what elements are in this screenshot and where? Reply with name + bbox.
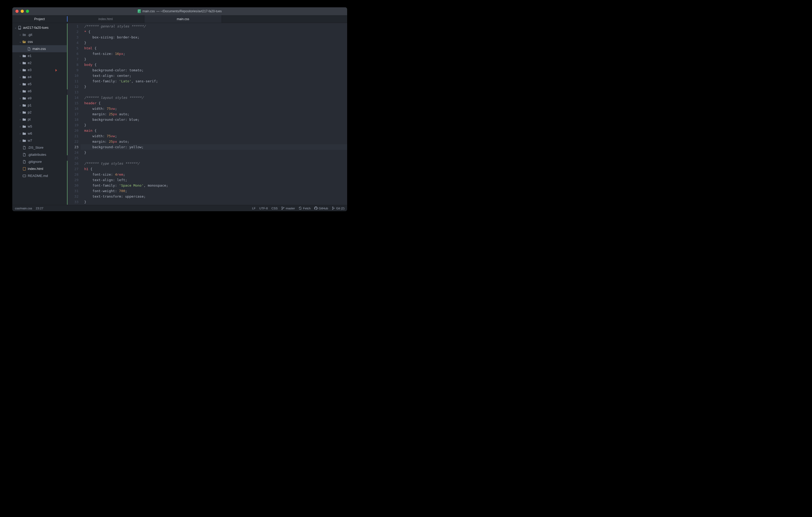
- code-line[interactable]: background-color: tomato;: [84, 67, 347, 73]
- tree-item-w5[interactable]: w5: [12, 123, 67, 130]
- line-number[interactable]: 30: [67, 183, 79, 188]
- line-number[interactable]: 19: [67, 122, 79, 128]
- code-line[interactable]: margin: 25px auto;: [84, 111, 347, 117]
- chevron-right-icon[interactable]: [19, 132, 22, 135]
- tree-item-e4[interactable]: e4: [12, 73, 67, 81]
- zoom-icon[interactable]: [26, 10, 29, 13]
- tree-item-p1[interactable]: p1: [12, 102, 67, 109]
- line-number[interactable]: 23: [67, 144, 79, 150]
- tab-main-css[interactable]: main.css: [144, 15, 222, 23]
- tree-item-git[interactable]: .git: [12, 31, 67, 38]
- code-line[interactable]: margin: 25px auto;: [84, 139, 347, 144]
- gutter[interactable]: 1234567891011121314151617181920212223242…: [67, 23, 81, 205]
- status-lang[interactable]: CSS: [271, 207, 278, 210]
- code-line[interactable]: html {: [84, 45, 347, 51]
- chevron-right-icon[interactable]: [19, 68, 22, 71]
- line-number[interactable]: 31: [67, 188, 79, 194]
- line-number[interactable]: 18: [67, 117, 79, 122]
- status-git[interactable]: Git (2): [332, 207, 345, 210]
- code-line[interactable]: /****** layout styles ******/: [84, 95, 347, 100]
- code-line[interactable]: background-color: yellow;: [81, 144, 347, 150]
- line-number[interactable]: 32: [67, 194, 79, 199]
- line-number[interactable]: 7: [67, 57, 79, 62]
- tree-item-pt[interactable]: pt: [12, 116, 67, 123]
- line-number[interactable]: 8: [67, 62, 79, 67]
- line-number[interactable]: 17: [67, 111, 79, 117]
- line-number[interactable]: 2: [67, 29, 79, 34]
- line-number[interactable]: 24: [67, 150, 79, 155]
- tree-item-maincss[interactable]: main.css: [12, 45, 67, 52]
- line-number[interactable]: 27: [67, 166, 79, 172]
- status-cursor[interactable]: 23:27: [36, 207, 44, 210]
- tree-item-e2[interactable]: e2: [12, 59, 67, 66]
- code-line[interactable]: text-align: center;: [84, 73, 347, 79]
- code-line[interactable]: /****** general styles ******/: [84, 24, 347, 29]
- tree-item-e1[interactable]: e1: [12, 52, 67, 59]
- status-encoding[interactable]: UTF-8: [259, 207, 268, 210]
- code-line[interactable]: font-size: 16px;: [84, 51, 347, 57]
- tree-item-gitign[interactable]: .gitignore: [12, 158, 67, 165]
- code-line[interactable]: width: 75vw;: [84, 133, 347, 139]
- status-fetch[interactable]: Fetch: [298, 207, 311, 210]
- code-line[interactable]: main {: [84, 128, 347, 133]
- code-area[interactable]: /****** general styles ******/* { box-si…: [81, 23, 347, 205]
- line-number[interactable]: 1: [67, 24, 79, 29]
- line-number[interactable]: 29: [67, 177, 79, 183]
- tree-item-w6[interactable]: w6: [12, 130, 67, 137]
- chevron-right-icon[interactable]: [19, 61, 22, 65]
- chevron-down-icon[interactable]: [14, 26, 17, 29]
- code-line[interactable]: /****** type styles ******/: [84, 161, 347, 166]
- code-line[interactable]: }: [84, 57, 347, 62]
- tree-item-w7[interactable]: w7: [12, 137, 67, 144]
- line-number[interactable]: 6: [67, 51, 79, 57]
- chevron-right-icon[interactable]: [19, 75, 22, 79]
- line-number[interactable]: 5: [67, 45, 79, 51]
- code-line[interactable]: }: [84, 40, 347, 45]
- line-number[interactable]: 14: [67, 95, 79, 100]
- line-number[interactable]: 25: [67, 155, 79, 161]
- code-line[interactable]: font-size: 4rem;: [84, 172, 347, 177]
- tree-item-e6[interactable]: e6: [12, 88, 67, 95]
- chevron-right-icon[interactable]: [19, 118, 22, 121]
- status-branch[interactable]: master: [281, 207, 295, 210]
- line-number[interactable]: 3: [67, 34, 79, 40]
- line-number[interactable]: 4: [67, 40, 79, 45]
- status-path[interactable]: css/main.css: [15, 207, 32, 210]
- code-line[interactable]: background-color: blue;: [84, 117, 347, 122]
- tree-item-root[interactable]: avt217-fa20-tues: [12, 24, 67, 31]
- code-line[interactable]: header {: [84, 100, 347, 106]
- chevron-right-icon[interactable]: [19, 90, 22, 93]
- tree-item-dsstore[interactable]: .DS_Store: [12, 144, 67, 151]
- status-eol[interactable]: LF: [252, 207, 256, 210]
- titlebar[interactable]: main.css — ~/Documents/Repositories/avt2…: [12, 7, 347, 15]
- line-number[interactable]: 11: [67, 79, 79, 84]
- chevron-down-icon[interactable]: [19, 40, 22, 43]
- sidebar-header[interactable]: Project: [12, 15, 67, 23]
- line-number[interactable]: 26: [67, 161, 79, 166]
- code-line[interactable]: }: [84, 150, 347, 155]
- tree-item-p2[interactable]: p2: [12, 109, 67, 116]
- tree-item-e3[interactable]: e3: [12, 66, 67, 73]
- tab-index-html[interactable]: index.html: [67, 15, 144, 23]
- chevron-right-icon[interactable]: [19, 111, 22, 114]
- line-number[interactable]: 10: [67, 73, 79, 79]
- code-line[interactable]: text-align: left;: [84, 177, 347, 183]
- line-number[interactable]: 13: [67, 89, 79, 95]
- tree-item-e9[interactable]: e9: [12, 95, 67, 102]
- editor[interactable]: 1234567891011121314151617181920212223242…: [67, 23, 347, 205]
- code-line[interactable]: width: 75vw;: [84, 106, 347, 111]
- line-number[interactable]: 20: [67, 128, 79, 133]
- chevron-right-icon[interactable]: [19, 97, 22, 100]
- code-line[interactable]: * {: [84, 29, 347, 34]
- line-number[interactable]: 15: [67, 100, 79, 106]
- code-line[interactable]: }: [84, 199, 347, 205]
- tree-item-gitattr[interactable]: .gitattributes: [12, 151, 67, 158]
- code-line[interactable]: [84, 89, 347, 95]
- line-number[interactable]: 12: [67, 84, 79, 89]
- line-number[interactable]: 33: [67, 199, 79, 205]
- code-line[interactable]: text-transform: uppercase;: [84, 194, 347, 199]
- chevron-right-icon[interactable]: [19, 104, 22, 107]
- tree-item-css[interactable]: css: [12, 38, 67, 45]
- tree-item-e5[interactable]: e5: [12, 81, 67, 88]
- code-line[interactable]: [84, 155, 347, 161]
